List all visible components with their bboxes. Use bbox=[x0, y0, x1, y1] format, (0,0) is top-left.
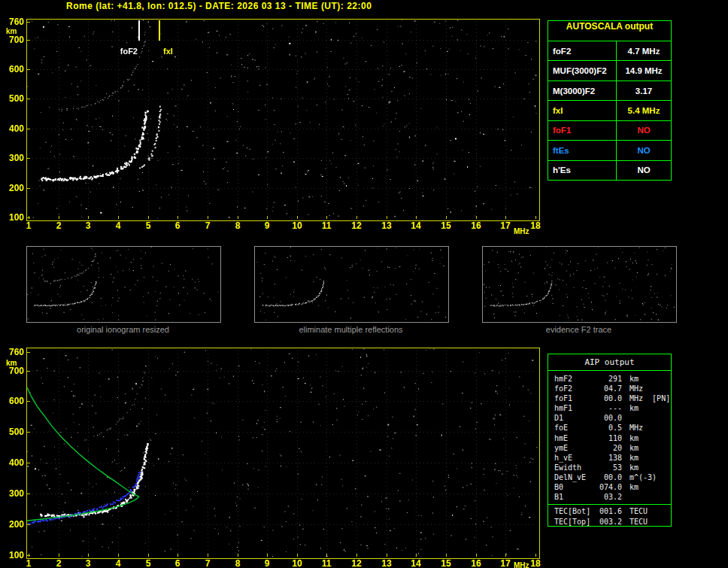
autoscala-row: MUF(3000)F214.9 MHz bbox=[548, 60, 671, 80]
profile-y-tick-label: 300 bbox=[3, 489, 24, 498]
main-x-tick-label: 5 bbox=[139, 221, 157, 230]
profile-x-tick-label: 16 bbox=[467, 559, 485, 568]
aip-name: TEC[Top] bbox=[554, 517, 599, 527]
main-x-tick-label: 13 bbox=[378, 221, 396, 230]
profile-x-tick-label: 8 bbox=[229, 559, 247, 568]
profile-y-tick-label: 500 bbox=[3, 427, 24, 436]
aip-name: hmE bbox=[554, 433, 599, 443]
autoscala-row: ftEsNO bbox=[548, 140, 671, 159]
aip-name: ymE bbox=[554, 443, 599, 453]
autoscala-row: M(3000)F23.17 bbox=[548, 80, 671, 100]
main-y-tick-label: 500 bbox=[3, 94, 24, 103]
main-x-tick-label: 7 bbox=[199, 221, 217, 230]
aip-name: Ewidth bbox=[554, 463, 599, 472]
aip-row: foF204.7MHz bbox=[554, 384, 671, 393]
main-y-tick-label: 200 bbox=[3, 184, 24, 193]
autoscala-row: h'EsNO bbox=[548, 160, 671, 180]
autoscala-row-value: NO bbox=[616, 161, 671, 180]
aip-table-header: AIP output bbox=[548, 354, 671, 371]
aip-value: 03.2 bbox=[599, 492, 622, 502]
aip-unit: m^(-3) bbox=[629, 472, 657, 482]
main-y-tick-label: 600 bbox=[3, 65, 24, 74]
aip-tec-rows: TEC[Bot]001.6TECUTEC[Top]003.2TECU bbox=[548, 505, 671, 527]
main-x-tick-label: 9 bbox=[258, 221, 276, 230]
autoscala-row: foF1NO bbox=[548, 120, 671, 140]
aip-unit: TECU bbox=[629, 506, 648, 517]
aip-value: 0.5 bbox=[599, 423, 622, 433]
thumbnail-canvas-original bbox=[27, 247, 219, 320]
aip-row: TEC[Top]003.2TECU bbox=[554, 517, 671, 527]
profile-x-tick-label: 14 bbox=[407, 559, 425, 568]
main-x-tick-label: 12 bbox=[347, 221, 366, 230]
main-x-tick-label: 2 bbox=[50, 221, 68, 230]
aip-value: 00.0 bbox=[599, 393, 622, 403]
aip-value: 291 bbox=[599, 374, 622, 384]
aip-unit: MHz [PN] bbox=[629, 393, 670, 403]
aip-row: TEC[Bot]001.6TECU bbox=[554, 506, 671, 517]
autoscala-row-value: 4.7 MHz bbox=[616, 41, 671, 60]
autoscala-row-label: ftEs bbox=[548, 141, 616, 159]
profile-y-tick-label: 600 bbox=[3, 396, 24, 405]
ionogram-plot-frame: foF2 fxI bbox=[26, 19, 540, 221]
profile-x-tick-label: 18 bbox=[526, 559, 544, 568]
autoscala-row-label: MUF(3000)F2 bbox=[548, 61, 616, 80]
main-x-tick-label: 14 bbox=[407, 221, 425, 230]
main-x-tick-label: 10 bbox=[288, 221, 306, 230]
aip-unit: MHz bbox=[629, 423, 643, 433]
thumbnail-caption-reflections: eliminate multiple reflections bbox=[254, 325, 447, 334]
aip-row: foE0.5MHz bbox=[554, 423, 671, 433]
aip-row: D100.0 bbox=[554, 413, 671, 423]
aip-unit: MHz bbox=[629, 384, 643, 393]
profile-x-tick-label: 13 bbox=[378, 559, 396, 568]
aip-name: foF2 bbox=[554, 384, 599, 393]
autoscala-row-label: foF1 bbox=[548, 121, 616, 140]
main-x-tick-label: 6 bbox=[168, 221, 187, 230]
autoscala-row-label: M(3000)F2 bbox=[548, 81, 616, 100]
aip-row: ymE20km bbox=[554, 443, 671, 453]
profile-x-tick-label: 3 bbox=[79, 559, 97, 568]
aip-row: foF100.0MHz [PN] bbox=[554, 393, 671, 403]
profile-y-tick-label: 400 bbox=[3, 458, 24, 467]
thumbnail-caption-original: original ionogram resized bbox=[26, 325, 220, 334]
autoscala-row: foF24.7 MHz bbox=[548, 41, 671, 60]
aip-unit: km bbox=[629, 403, 639, 413]
main-x-tick-label: 1 bbox=[20, 221, 38, 230]
aip-row: DelN_vE00.0m^(-3) bbox=[554, 472, 671, 482]
autoscala-row-value: 5.4 MHz bbox=[616, 101, 671, 120]
thumbnail-evidence-f2 bbox=[482, 246, 677, 323]
autoscala-app: Rome (lat: +41.8, lon: 012.5) - DATE: 20… bbox=[0, 0, 728, 568]
aip-row: h_vE138km bbox=[554, 453, 671, 463]
aip-value: 110 bbox=[599, 433, 622, 443]
aip-row: B103.2 bbox=[554, 492, 671, 502]
aip-unit: TECU bbox=[629, 517, 648, 527]
profile-x-tick-label: 1 bbox=[20, 559, 38, 568]
profile-x-tick-label: 10 bbox=[288, 559, 306, 568]
profile-x-tick-label: 7 bbox=[199, 559, 217, 568]
main-x-tick-label: 16 bbox=[467, 221, 485, 230]
aip-value: 074.0 bbox=[599, 482, 622, 492]
profile-y-tick-label: 200 bbox=[3, 520, 24, 529]
aip-output-table: AIP output hmF2291kmfoF204.7MHzfoF100.0M… bbox=[548, 354, 672, 527]
profile-x-tick-label: 15 bbox=[437, 559, 455, 568]
profile-x-tick-label: 5 bbox=[139, 559, 157, 568]
autoscala-row-label: foF2 bbox=[548, 41, 616, 60]
aip-row: hmF2291km bbox=[554, 374, 671, 384]
profile-canvas bbox=[27, 348, 538, 557]
aip-row: hmF1---km bbox=[554, 403, 671, 413]
aip-value: --- bbox=[599, 403, 622, 413]
autoscala-row-label: h'Es bbox=[548, 161, 616, 180]
aip-value: 138 bbox=[599, 453, 622, 463]
aip-name: hmF1 bbox=[554, 403, 599, 413]
aip-name: foE bbox=[554, 423, 599, 433]
aip-name: D1 bbox=[554, 413, 599, 423]
aip-name: TEC[Bot] bbox=[554, 506, 599, 517]
fxi-marker-label: fxI bbox=[163, 47, 192, 56]
main-x-tick-label: 18 bbox=[526, 221, 544, 230]
aip-name: B1 bbox=[554, 492, 599, 502]
aip-value: 00.0 bbox=[599, 472, 622, 482]
aip-value: 20 bbox=[599, 443, 622, 453]
aip-value: 001.6 bbox=[599, 506, 622, 517]
autoscala-row-value: 3.17 bbox=[616, 81, 671, 100]
profile-x-tick-label: 6 bbox=[168, 559, 187, 568]
thumbnail-original-ionogram bbox=[26, 246, 221, 323]
